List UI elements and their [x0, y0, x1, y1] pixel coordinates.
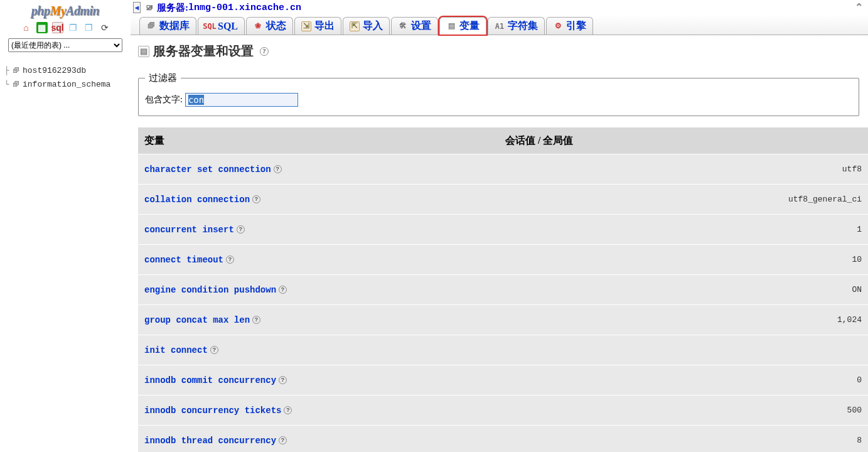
tab-databases[interactable]: 🗊 数据库 [139, 17, 196, 35]
variables-table: 变量 会话值 / 全局值 character set connection?ut… [138, 127, 868, 452]
variable-value: 10 [852, 255, 862, 264]
tab-export[interactable]: ⇲ 导出 [294, 17, 341, 35]
help-icon[interactable]: ? [279, 436, 287, 444]
help-icon[interactable]: ? [260, 47, 269, 56]
engine-icon: ⚙ [553, 21, 563, 31]
variable-name[interactable]: connect timeout? [144, 255, 852, 265]
tab-label: 导入 [363, 19, 383, 33]
variable-value: utf8 [842, 164, 862, 174]
variable-name-text: group concat max len [144, 315, 250, 325]
tab-label: 状态 [266, 19, 286, 33]
tab-engine[interactable]: ⚙ 引擎 [546, 17, 593, 35]
variable-name[interactable]: innodb concurrency tickets? [144, 406, 847, 416]
help-icon[interactable]: ? [279, 286, 287, 294]
variable-name[interactable]: init connect? [144, 345, 862, 355]
tab-sql[interactable]: SQL SQL [198, 17, 245, 35]
help-icon[interactable]: ? [237, 225, 245, 234]
variable-value: 0 [857, 375, 862, 385]
variable-name[interactable]: innodb thread concurrency? [144, 436, 857, 446]
table-row: innodb commit concurrency?0 [138, 365, 868, 395]
server-host[interactable]: lnmg-001.xincache.cn [188, 3, 301, 13]
help-icon[interactable]: ? [274, 165, 282, 173]
server-breadcrumb: ◄ 🖳 服务器: lnmg-001.xincache.cn ⌃ [131, 0, 868, 15]
column-header-value: 会话值 / 全局值 [505, 134, 868, 148]
column-header-name: 变量 [144, 134, 505, 148]
db-tree-label: host9162293db [23, 66, 86, 75]
logo[interactable]: phpMyAdmin [0, 4, 131, 18]
tab-label: SQL [218, 21, 238, 32]
recent-tables-select[interactable]: (最近使用的表) ... [8, 38, 122, 52]
variable-name[interactable]: character set connection? [144, 164, 842, 175]
tree-branch-icon: ├ [3, 66, 11, 75]
variable-name[interactable]: engine condition pushdown? [144, 285, 852, 295]
status-icon: ❀ [253, 21, 263, 31]
variable-name[interactable]: concurrent insert? [144, 225, 857, 235]
tab-variables[interactable]: ▤ 变量 [439, 17, 486, 35]
home-icon[interactable]: ⌂ [21, 22, 32, 33]
variable-name[interactable]: collation connection? [144, 195, 788, 205]
variable-name-text: innodb concurrency tickets [144, 406, 281, 416]
table-row: connect timeout?10 [138, 244, 868, 274]
variable-name[interactable]: group concat max len? [144, 315, 837, 325]
minimize-icon[interactable]: ⌃ [855, 1, 863, 13]
tab-label: 数据库 [159, 19, 190, 33]
variables-table-header: 变量 会话值 / 全局值 [138, 127, 868, 154]
database-icon: 🗊 [11, 66, 20, 75]
server-label: 服务器: [157, 2, 188, 14]
export-icon: ⇲ [301, 21, 311, 31]
import-icon: ⇱ [350, 21, 360, 31]
tab-import[interactable]: ⇱ 导入 [343, 17, 390, 35]
top-tabs: 🗊 数据库 SQL SQL ❀ 状态 ⇲ 导出 ⇱ 导入 🛠 设置 ▤ 变量 A… [131, 15, 868, 35]
help-icon[interactable]: ? [252, 316, 260, 324]
table-row: innodb concurrency tickets?500 [138, 395, 868, 425]
query-window-icon[interactable]: ▦ [36, 22, 48, 33]
tab-status[interactable]: ❀ 状态 [246, 17, 293, 35]
variable-name-text: connect timeout [144, 255, 223, 265]
nav-settings-icon[interactable]: ❐ [83, 22, 95, 33]
settings-icon: 🛠 [398, 21, 408, 31]
docs-icon[interactable]: ❐ [68, 22, 79, 33]
db-tree-item[interactable]: ├ 🗊 host9162293db [3, 63, 131, 77]
tab-charset[interactable]: A1 字符集 [488, 17, 545, 35]
table-row: character set connection?utf8 [138, 154, 868, 184]
filter-legend: 过滤器 [145, 72, 181, 84]
variables-page-icon: ▤ [138, 46, 149, 57]
database-icon: 🗊 [11, 80, 20, 89]
sidebar: phpMyAdmin ⌂ ▦ sql ❐ ❐ ⟳ (最近使用的表) ... ├ … [0, 0, 131, 452]
help-icon[interactable]: ? [284, 406, 292, 414]
charset-icon: A1 [495, 21, 505, 31]
help-icon[interactable]: ? [210, 346, 218, 354]
variable-name-text: innodb thread concurrency [144, 436, 276, 446]
db-tree-label: information_schema [23, 80, 110, 89]
main-panel: ◄ 🖳 服务器: lnmg-001.xincache.cn ⌃ 🗊 数据库 SQ… [131, 0, 868, 452]
variable-value: 1 [857, 225, 862, 234]
variable-name[interactable]: innodb commit concurrency? [144, 375, 857, 385]
variable-value: 500 [847, 406, 862, 415]
reload-icon[interactable]: ⟳ [99, 22, 110, 33]
sql-tab-icon: SQL [205, 21, 215, 31]
sql-icon[interactable]: sql [52, 22, 63, 33]
variable-name-text: collation connection [144, 195, 250, 205]
help-icon[interactable]: ? [252, 195, 260, 203]
databases-icon: 🗊 [146, 21, 156, 31]
tab-label: 变量 [459, 19, 480, 33]
filter-input[interactable] [185, 93, 298, 107]
logo-part-php: php [31, 4, 50, 18]
table-row: concurrent insert?1 [138, 214, 868, 244]
database-tree: ├ 🗊 host9162293db └ 🗊 information_schema [0, 63, 131, 91]
collapse-nav-icon[interactable]: ◄ [133, 2, 141, 13]
help-icon[interactable]: ? [279, 376, 287, 384]
variable-name-text: concurrent insert [144, 225, 234, 235]
variables-icon: ▤ [446, 21, 456, 31]
help-icon[interactable]: ? [226, 256, 234, 264]
server-icon: 🖳 [144, 3, 154, 13]
tree-branch-icon: └ [3, 80, 11, 89]
page-title-text: 服务器变量和设置 [153, 43, 254, 60]
content-area: ▤ 服务器变量和设置 ? 过滤器 包含文字: 变量 会话值 / 全局值 char… [131, 35, 868, 452]
db-tree-item[interactable]: └ 🗊 information_schema [3, 77, 131, 91]
tab-label: 导出 [314, 19, 335, 33]
table-row: engine condition pushdown?ON [138, 274, 868, 304]
tab-label: 设置 [411, 19, 431, 33]
sidebar-quick-icons: ⌂ ▦ sql ❐ ❐ ⟳ [21, 22, 110, 33]
tab-settings[interactable]: 🛠 设置 [391, 17, 438, 35]
